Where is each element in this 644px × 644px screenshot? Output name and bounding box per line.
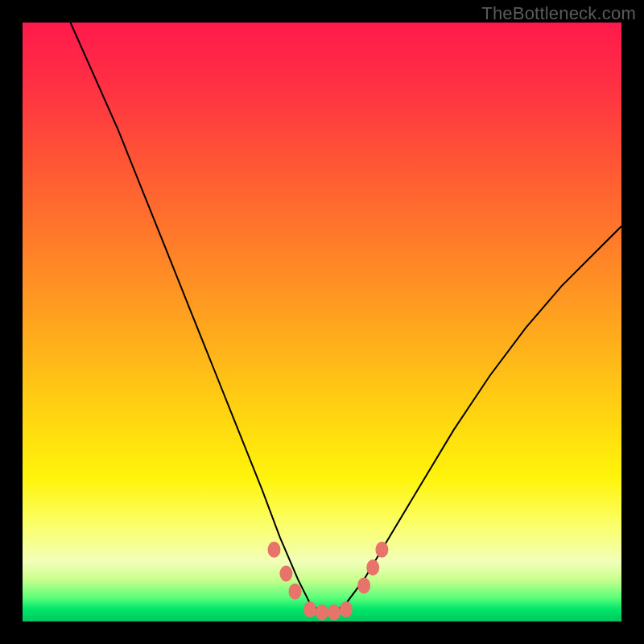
curve-marker bbox=[366, 559, 379, 576]
curve-marker bbox=[375, 542, 388, 558]
curve-marker bbox=[340, 601, 353, 617]
curve-svg bbox=[23, 23, 621, 621]
bottleneck-curve bbox=[71, 23, 622, 613]
curve-marker bbox=[289, 584, 302, 600]
curve-marker bbox=[328, 605, 341, 621]
curve-marker bbox=[279, 566, 292, 582]
curve-marker bbox=[357, 577, 370, 593]
marker-cluster bbox=[268, 542, 389, 621]
plot-area bbox=[23, 23, 621, 621]
curve-marker bbox=[268, 542, 281, 558]
chart-frame: TheBottleneck.com bbox=[0, 0, 644, 644]
watermark-text: TheBottleneck.com bbox=[481, 3, 636, 24]
curve-marker bbox=[303, 601, 316, 617]
curve-marker bbox=[316, 605, 328, 621]
